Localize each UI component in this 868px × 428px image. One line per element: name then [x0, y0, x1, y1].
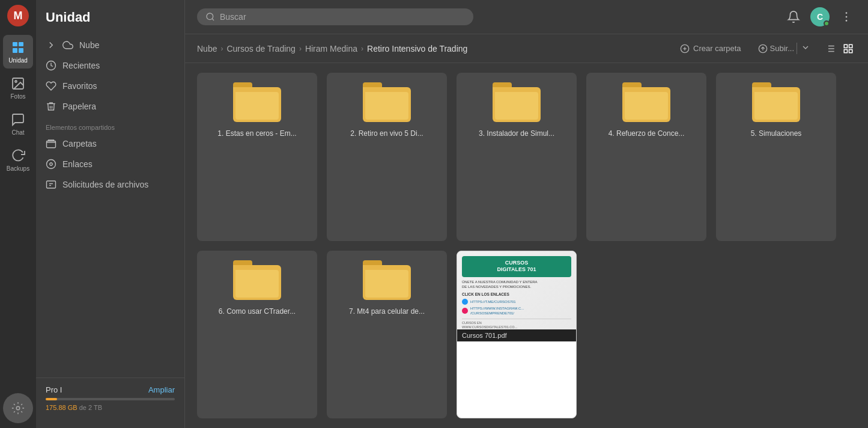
folder-icon-6 [233, 260, 281, 300]
folder-name-5: 5. Simulaciones [751, 129, 802, 139]
pdf-header: CURSOSDIGITALES 701 [462, 256, 571, 277]
sidebar: Unidad Nube Recientes Favoritos Papelera… [36, 0, 185, 428]
sidebar-papelera-label: Papelera [62, 102, 96, 111]
breadcrumb-sep-3: › [361, 44, 363, 53]
folder-card-1[interactable]: 1. Estas en ceros - Em... [197, 73, 317, 241]
storage-text: 175.88 GB de 2 TB [46, 404, 175, 411]
search-input[interactable] [220, 12, 465, 22]
svg-rect-31 [849, 49, 852, 52]
breadcrumb-sep-2: › [299, 44, 302, 53]
folder-name-6: 6. Como usar CTrader... [219, 307, 296, 317]
pdf-body-text: ÚNETE A NUESTRA COMUNIDAD Y ENTERADE LAS… [462, 280, 571, 329]
bell-icon [787, 10, 800, 23]
upload-icon [758, 44, 768, 54]
telegram-icon [462, 299, 468, 305]
storage-used: 175.88 GB [46, 404, 77, 411]
online-indicator [824, 20, 830, 26]
storage-section: Pro I Ampliar 175.88 GB de 2 TB [36, 378, 184, 418]
sidebar-item-enlaces[interactable]: Enlaces [36, 154, 184, 174]
topbar-right: C [784, 7, 856, 26]
pdf-filename: Cursos 701.pdf [462, 332, 507, 339]
folder-card-7[interactable]: 7. Mt4 para celular de... [327, 251, 447, 419]
pdf-header-title: CURSOSDIGITALES 701 [467, 260, 566, 274]
sidebar-item-solicitudes[interactable]: Solicitudes de archivos [36, 174, 184, 195]
upload-label: Subir... [770, 44, 794, 53]
folder-icon-2 [363, 82, 411, 122]
sidebar-item-nube[interactable]: Nube [36, 35, 184, 55]
more-vertical-icon [840, 10, 853, 23]
settings-area [3, 393, 33, 423]
folder-card-6[interactable]: 6. Como usar CTrader... [197, 251, 317, 419]
sidebar-enlaces-label: Enlaces [62, 159, 93, 169]
notification-bell-button[interactable] [784, 7, 803, 26]
folder-icon-5 [752, 82, 800, 122]
pdf-card-1[interactable]: CURSOSDIGITALES 701 ÚNETE A NUESTRA COMU… [457, 251, 577, 419]
sidebar-title: Unidad [36, 10, 184, 35]
svg-point-12 [207, 13, 213, 20]
upload-button[interactable]: Subir... [753, 40, 815, 57]
svg-rect-29 [849, 44, 852, 47]
sidebar-item-unidad[interactable]: Unidad [3, 35, 33, 69]
create-folder-button[interactable]: Crear carpeta [675, 41, 745, 56]
pdf-preview: CURSOSDIGITALES 701 ÚNETE A NUESTRA COMU… [457, 251, 576, 329]
folder-card-2[interactable]: 2. Retiro en vivo 5 Di... [327, 73, 447, 241]
svg-point-16 [846, 20, 848, 22]
storage-total: de 2 TB [79, 404, 102, 411]
svg-point-14 [846, 12, 848, 14]
file-grid: 1. Estas en ceros - Em... 2. Retiro en v… [185, 63, 868, 428]
folder-name-1: 1. Estas en ceros - Em... [217, 129, 296, 139]
user-avatar[interactable]: C [810, 7, 830, 26]
folder-icon-4 [622, 82, 670, 122]
svg-rect-1 [19, 42, 23, 46]
ampliar-button[interactable]: Ampliar [148, 385, 175, 394]
shared-section-label: Elementos compartidos [36, 117, 184, 133]
upload-chevron[interactable] [797, 43, 810, 54]
sidebar-item-papelera[interactable]: Papelera [36, 96, 184, 117]
app-logo[interactable]: M [7, 5, 29, 26]
svg-point-9 [47, 160, 56, 169]
grid-view-icon [843, 43, 854, 54]
folder-card-3[interactable]: 3. Instalador de Simul... [457, 73, 577, 241]
breadcrumb-cursos[interactable]: Cursos de Trading [226, 44, 295, 54]
breadcrumb-nube[interactable]: Nube [197, 44, 217, 54]
create-folder-label: Crear carpeta [693, 44, 741, 53]
breadcrumb-sep-1: › [220, 44, 223, 53]
sidebar-item-fotos[interactable]: Fotos [3, 71, 33, 105]
pdf-instagram-text: HTTPS://WWW.INSTAGRAM.C.../CURSOSEMPREND… [470, 306, 524, 316]
more-options-button[interactable] [837, 7, 856, 26]
breadcrumb-bar: Nube › Cursos de Trading › Hiram Medina … [185, 34, 868, 63]
svg-point-5 [15, 81, 17, 82]
breadcrumb: Nube › Cursos de Trading › Hiram Medina … [197, 44, 467, 54]
topbar: C [185, 0, 868, 34]
breadcrumb-hiram[interactable]: Hiram Medina [305, 44, 357, 54]
plan-label: Pro I [46, 385, 62, 394]
sidebar-item-recientes[interactable]: Recientes [36, 55, 184, 76]
folder-card-5[interactable]: 5. Simulaciones [716, 73, 836, 241]
view-toggle [822, 41, 856, 57]
folder-name-7: 7. Mt4 para celular de... [349, 307, 425, 317]
sidebar-item-chat[interactable]: Chat [3, 107, 33, 141]
breadcrumb-actions: Crear carpeta Subir... [675, 40, 856, 57]
sidebar-favoritos-label: Favoritos [62, 81, 97, 91]
grid-view-button[interactable] [840, 41, 856, 57]
plus-circle-icon [680, 44, 690, 54]
folder-icon-3 [493, 82, 541, 122]
svg-point-6 [16, 406, 20, 410]
sidebar-carpetas-label: Carpetas [62, 139, 97, 148]
settings-icon-btn[interactable] [3, 393, 33, 423]
sidebar-item-carpetas[interactable]: Carpetas [36, 133, 184, 154]
list-view-button[interactable] [822, 41, 838, 57]
folder-icon-7 [363, 260, 411, 300]
folder-name-3: 3. Instalador de Simul... [479, 129, 554, 139]
chevron-down-icon [801, 43, 810, 52]
svg-rect-0 [13, 42, 17, 46]
search-box[interactable] [197, 8, 473, 25]
sidebar-item-backups[interactable]: Backups [3, 143, 33, 177]
svg-rect-28 [844, 44, 847, 47]
storage-bar-fill [46, 398, 57, 400]
folder-card-4[interactable]: 4. Refuerzo de Conce... [586, 73, 706, 241]
pdf-link-telegram: HTTPS://T.ME/CURSOS701 [462, 299, 571, 305]
sidebar-nube-label: Nube [79, 40, 99, 50]
sidebar-item-favoritos[interactable]: Favoritos [36, 76, 184, 96]
folder-icon-1 [233, 82, 281, 122]
